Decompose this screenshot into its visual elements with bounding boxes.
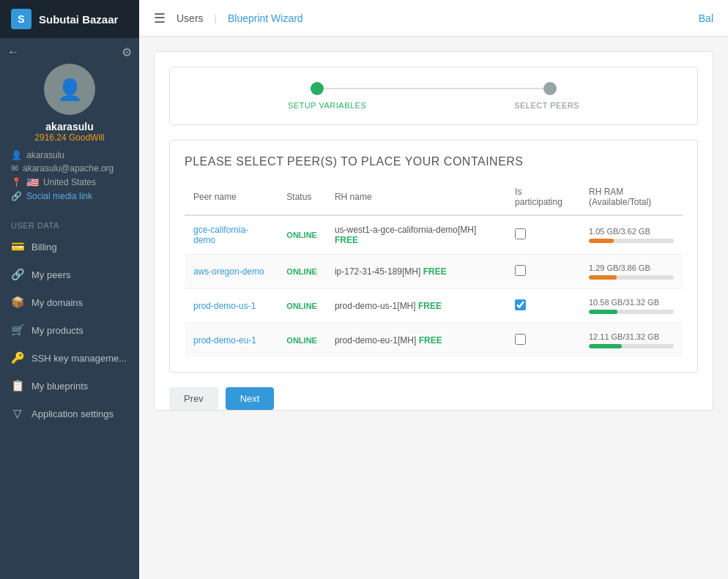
step-circle-setup <box>311 82 324 95</box>
peers-table-header: Peer name Status RH name Is participatin… <box>185 179 683 215</box>
free-label: FREE <box>420 266 446 277</box>
cell-ram: 10.58 GB/31.32 GB <box>580 289 683 324</box>
rh-name-text: us-west1-a-gce-california-demo[MH] <box>335 225 476 235</box>
topnav-link-users[interactable]: Users <box>177 12 204 24</box>
billing-icon: 💳 <box>11 240 24 253</box>
cell-participating <box>506 215 580 255</box>
next-button[interactable]: Next <box>226 387 275 410</box>
sidebar-item-billing[interactable]: 💳 Billing <box>0 233 139 261</box>
ram-bar-fill <box>589 275 617 280</box>
cell-peer-name: gce-california-demo <box>185 215 278 255</box>
peer-name-link[interactable]: gce-california-demo <box>193 225 248 245</box>
cell-status: ONLINE <box>278 255 326 289</box>
free-label: FREE <box>416 335 442 345</box>
free-label: FREE <box>416 301 442 311</box>
peer-name-link[interactable]: prod-demo-eu-1 <box>193 335 256 345</box>
sidebar-item-label-peers: My peers <box>31 269 70 280</box>
peer-name-link[interactable]: aws-oregon-demo <box>193 266 264 277</box>
status-badge: ONLINE <box>286 336 317 345</box>
wizard-card: SETUP VARIABLES SELECT PEERS PLEASE SELE… <box>154 51 713 411</box>
cell-rh-name: ip-172-31-45-189[MH] FREE <box>326 255 506 289</box>
sidebar-profile: ← ⚙ 👤 akarasulu 2916.24 GoodWill 👤 akara… <box>0 38 139 214</box>
status-badge: ONLINE <box>286 302 317 310</box>
rh-name-text: prod-demo-eu-1[MH] <box>335 335 416 345</box>
status-badge: ONLINE <box>286 267 317 276</box>
sidebar-item-label-products: My products <box>31 325 83 336</box>
sidebar-item-my-domains[interactable]: 📦 My domains <box>0 288 139 316</box>
topnav-balance: Bal <box>699 12 713 24</box>
ssh-icon: 🔑 <box>11 351 24 365</box>
avatar: 👤 <box>44 64 95 115</box>
prev-button[interactable]: Prev <box>169 387 218 410</box>
table-row: gce-california-demoONLINEus-west1-a-gce-… <box>185 215 683 255</box>
sidebar-settings-icon[interactable]: ⚙ <box>122 45 132 59</box>
cell-peer-name: prod-demo-eu-1 <box>185 324 278 358</box>
sidebar-item-app-settings[interactable]: ▽ Application settings <box>0 400 139 427</box>
free-label: FREE <box>335 235 358 245</box>
sidebar-item-ssh-key[interactable]: 🔑 SSH key manageme... <box>0 344 139 372</box>
sidebar-item-my-blueprints[interactable]: 📋 My blueprints <box>0 372 139 400</box>
blueprints-icon: 📋 <box>11 379 24 392</box>
participating-checkbox[interactable] <box>515 228 526 239</box>
sidebar-info-social: 🔗 Social media link <box>11 191 92 201</box>
sidebar-item-my-products[interactable]: 🛒 My products <box>0 316 139 344</box>
ram-bar-fill <box>589 239 614 243</box>
content-area: SETUP VARIABLES SELECT PEERS PLEASE SELE… <box>139 37 728 579</box>
sidebar-item-label-billing: Billing <box>31 242 57 253</box>
social-media-link[interactable]: Social media link <box>26 191 92 201</box>
social-icon: 🔗 <box>11 191 22 201</box>
participating-checkbox[interactable] <box>515 334 526 345</box>
peer-name-link[interactable]: prod-demo-us-1 <box>193 301 256 311</box>
app-settings-icon: ▽ <box>11 407 24 420</box>
peers-section-title: PLEASE SELECT PEER(S) TO PLACE YOUR CONT… <box>185 155 683 168</box>
col-header-peer-name: Peer name <box>185 179 278 215</box>
sidebar-item-label-appsettings: Application settings <box>31 408 114 419</box>
sidebar-brand-name: Subutai Bazaar <box>39 13 118 26</box>
cell-status: ONLINE <box>278 289 326 324</box>
ram-label: 1.05 GB/3.62 GB <box>589 227 674 236</box>
email-icon: ✉ <box>11 163 18 173</box>
cell-peer-name: prod-demo-us-1 <box>185 289 278 324</box>
step-circle-peers <box>543 82 557 95</box>
ram-label: 12.11 GB/31.32 GB <box>589 332 674 341</box>
sidebar-item-label-ssh: SSH key manageme... <box>31 353 127 364</box>
cell-participating <box>506 324 580 358</box>
cell-status: ONLINE <box>278 215 326 255</box>
col-header-rh-name: RH name <box>326 179 506 215</box>
sidebar-info-location: 📍 🇺🇸 United States <box>11 176 96 188</box>
cell-rh-name: us-west1-a-gce-california-demo[MH] FREE <box>326 215 506 255</box>
step-label-setup: SETUP VARIABLES <box>288 101 366 110</box>
main-content: ☰ Users | Blueprint Wizard Bal SETUP VAR… <box>139 0 728 579</box>
steps-labels: SETUP VARIABLES SELECT PEERS <box>214 101 653 110</box>
participating-checkbox[interactable] <box>515 265 526 276</box>
rh-name-text: prod-demo-us-1[MH] <box>335 301 416 311</box>
cell-status: ONLINE <box>278 324 326 358</box>
sidebar-username: akarasulu <box>11 121 128 132</box>
rh-name-text: ip-172-31-45-189[MH] <box>335 266 420 277</box>
cell-participating <box>506 289 580 324</box>
table-row: prod-demo-us-1ONLINEprod-demo-us-1[MH] F… <box>185 289 683 324</box>
col-header-participating: Is participating <box>506 179 580 215</box>
participating-checkbox[interactable] <box>515 299 526 310</box>
sidebar-section-label: User data <box>0 214 139 233</box>
products-icon: 🛒 <box>11 324 24 337</box>
sidebar-back-button[interactable]: ← <box>7 45 19 59</box>
hamburger-menu-icon[interactable]: ☰ <box>154 10 166 26</box>
peers-table-body: gce-california-demoONLINEus-west1-a-gce-… <box>185 215 683 357</box>
peers-icon: 🔗 <box>11 268 24 281</box>
ram-label: 10.58 GB/31.32 GB <box>589 298 674 307</box>
sidebar: S Subutai Bazaar ← ⚙ 👤 akarasulu 2916.24… <box>0 0 139 579</box>
wizard-actions: Prev Next <box>169 387 698 410</box>
topnav-separator: | <box>215 12 217 23</box>
steps-track <box>185 82 683 95</box>
topnav-link-wizard[interactable]: Blueprint Wizard <box>228 12 303 24</box>
sidebar-item-my-peers[interactable]: 🔗 My peers <box>0 261 139 288</box>
location-icon: 📍 <box>11 177 22 187</box>
domains-icon: 📦 <box>11 296 24 309</box>
col-header-ram: RH RAM(Available/Total) <box>580 179 683 215</box>
status-badge: ONLINE <box>286 231 317 239</box>
cell-ram: 12.11 GB/31.32 GB <box>580 324 683 358</box>
ram-bar-fill <box>589 310 617 314</box>
peers-table: Peer name Status RH name Is participatin… <box>185 179 683 357</box>
table-row: aws-oregon-demoONLINEip-172-31-45-189[MH… <box>185 255 683 289</box>
